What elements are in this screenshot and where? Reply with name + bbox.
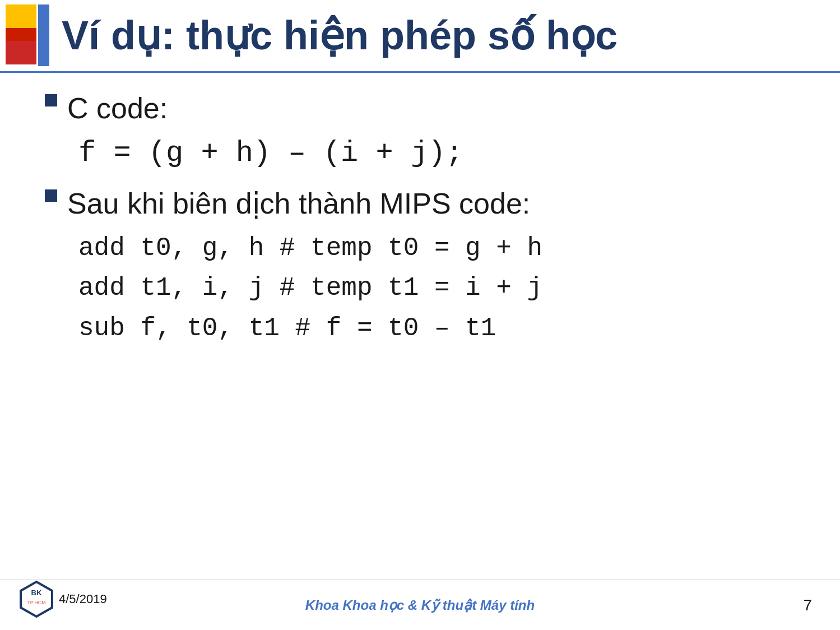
deco-red-block xyxy=(6,28,36,64)
page-title: Ví dụ: thực hiện phép số học xyxy=(62,13,618,58)
bullet-square-2 xyxy=(45,189,57,202)
footer-page-number: 7 xyxy=(803,596,812,614)
mips-line-2: add t1, i, j # temp t1 = i + j xyxy=(78,268,795,308)
deco-blocks xyxy=(0,0,50,73)
svg-marker-0 xyxy=(21,582,52,617)
bk-logo-icon: BK TP.HCM xyxy=(17,580,56,619)
bullet-text-1: C code: xyxy=(67,90,168,128)
mips-line-1: add t0, g, h # temp t0 = g + h xyxy=(78,229,795,268)
main-content: C code: f = (g + h) – (i + j); Sau khi b… xyxy=(0,73,840,371)
deco-blue-block xyxy=(38,4,49,66)
bullet-item-1: C code: xyxy=(45,90,795,128)
logo-area: BK TP.HCM 4/5/2019 xyxy=(17,580,107,619)
bullet-square-1 xyxy=(45,94,57,106)
bullet-text-2: Sau khi biên dịch thành MIPS code: xyxy=(67,185,530,223)
bullet-item-2: Sau khi biên dịch thành MIPS code: xyxy=(45,185,795,223)
footer-text: Khoa Khoa học & Kỹ thuật Máy tính xyxy=(305,597,535,613)
header: Ví dụ: thực hiện phép số học xyxy=(0,0,840,73)
mips-code-block: add t0, g, h # temp t0 = g + h add t1, i… xyxy=(78,229,795,349)
c-code-block: f = (g + h) – (i + j); xyxy=(78,133,795,174)
footer: Khoa Khoa học & Kỹ thuật Máy tính 7 xyxy=(0,580,840,630)
mips-line-3: sub f, t0, t1 # f = t0 – t1 xyxy=(78,309,795,349)
svg-text:BK: BK xyxy=(31,589,42,597)
footer-date: 4/5/2019 xyxy=(59,592,107,606)
svg-text:TP.HCM: TP.HCM xyxy=(27,600,45,605)
